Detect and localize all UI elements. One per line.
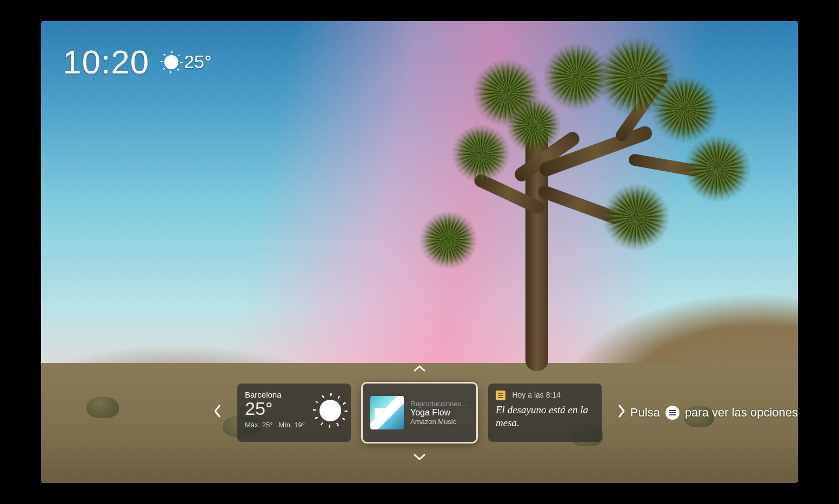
status-bar: 10:20 25°	[63, 43, 212, 81]
note-time: Hoy a las 8:14	[512, 391, 561, 399]
clock: 10:20	[63, 43, 149, 81]
chevron-up-icon[interactable]	[413, 361, 426, 376]
music-title: Yoga Flow	[410, 408, 467, 418]
widget-carousel: Barcelona 25° Máx. 25° Mín. 19° Reproduc…	[41, 361, 798, 465]
music-card[interactable]: Reproducciones... Yoga Flow Amazon Music	[363, 384, 476, 442]
note-icon	[496, 391, 505, 400]
note-message: El desayuno está en la mesa.	[496, 404, 594, 429]
weather-card[interactable]: Barcelona 25° Máx. 25° Mín. 19°	[237, 384, 351, 442]
options-hint: Pulsa para ver las opciones	[630, 406, 798, 420]
hint-post: para ver las opciones	[685, 406, 798, 420]
sun-icon	[319, 400, 341, 421]
note-header: Hoy a las 8:14	[496, 390, 594, 400]
chevron-right-icon[interactable]	[614, 404, 630, 422]
album-art	[370, 396, 404, 429]
hint-pre: Pulsa	[630, 406, 660, 420]
music-provider: Amazon Music	[410, 418, 467, 426]
weather-mini: 25°	[164, 51, 211, 72]
current-temp: 25°	[184, 51, 211, 72]
chevron-left-icon[interactable]	[209, 404, 225, 422]
carousel-row: Barcelona 25° Máx. 25° Mín. 19° Reproduc…	[209, 384, 630, 442]
ambient-home-screen: 10:20 25° Barcelona 25° Máx. 25°	[41, 21, 798, 483]
sun-icon	[164, 55, 178, 69]
sticky-note-card[interactable]: Hoy a las 8:14 El desayuno está en la me…	[488, 384, 602, 442]
music-eyebrow: Reproducciones...	[410, 400, 467, 408]
wallpaper-tree	[374, 58, 698, 404]
chevron-down-icon[interactable]	[413, 449, 426, 465]
menu-icon	[665, 406, 680, 420]
